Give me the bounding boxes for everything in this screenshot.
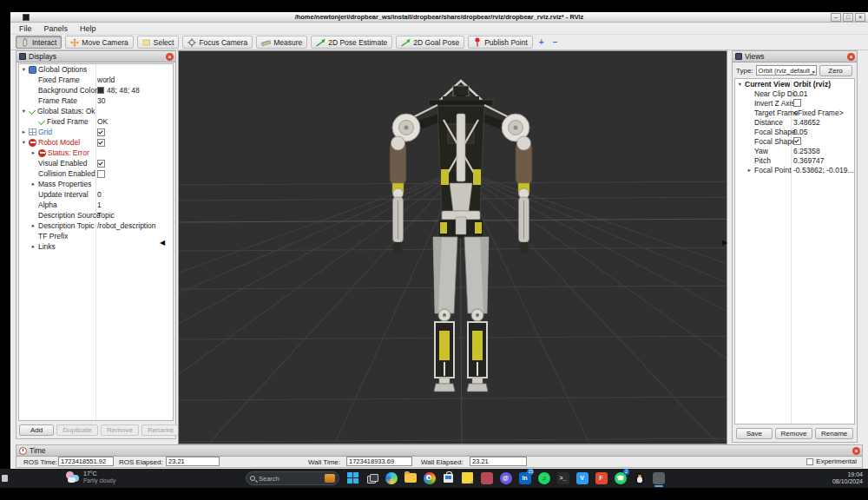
views-row-current-view[interactable]: ▾Current ViewOrbit (rviz)	[735, 79, 854, 89]
property-value[interactable]: 1	[97, 201, 102, 209]
displays-row-description-source[interactable]: Description SourceTopic	[19, 210, 173, 220]
expander-icon[interactable]: ▾	[21, 139, 27, 146]
menu-help[interactable]: Help	[75, 23, 102, 34]
maximize-icon[interactable]: □	[843, 13, 853, 22]
search-input[interactable]: Search	[246, 471, 339, 485]
property-value[interactable]: OK	[97, 117, 108, 126]
expander-icon[interactable]: ▸	[30, 149, 36, 156]
property-value[interactable]: <Fixed Frame>	[793, 109, 844, 117]
wall-time-value[interactable]: 1723418933.69	[346, 457, 412, 466]
expander-icon[interactable]: ▾	[21, 66, 27, 73]
property-value[interactable]: Orbit (rviz)	[793, 80, 831, 89]
experimental-checkbox[interactable]	[806, 458, 813, 465]
move-camera-button[interactable]: Move Camera	[65, 36, 133, 49]
3d-viewport[interactable]	[178, 50, 727, 444]
checkbox-checked[interactable]	[97, 128, 105, 136]
property-value[interactable]: -0.53862; -0.019...	[793, 166, 853, 174]
chrome-browser-icon[interactable]	[423, 471, 436, 484]
remove-tool-icon[interactable]: −	[550, 37, 561, 47]
terminal-icon[interactable]: >_	[556, 471, 569, 484]
displays-row-fixed-frame[interactable]: Fixed Frameworld	[19, 75, 173, 85]
remove-button[interactable]: Remove	[775, 428, 813, 439]
rename-button[interactable]: Rename	[815, 428, 853, 439]
views-row-focal-shape-[interactable]: Focal Shape...	[735, 136, 854, 146]
expander-icon[interactable]: ▸	[21, 128, 27, 135]
displays-row-links[interactable]: ▸Links	[19, 241, 173, 252]
window-titlebar[interactable]: /home/newtonjeri/dropbear_ws/install/dro…	[10, 12, 868, 23]
displays-row-tf-prefix[interactable]: TF Prefix	[19, 231, 173, 241]
displays-row-fixed-frame[interactable]: Fixed FrameOK	[19, 116, 173, 127]
property-value[interactable]: 3.48652	[793, 118, 820, 127]
views-row-near-clip-di-[interactable]: Near Clip Di...0.01	[735, 89, 854, 98]
property-value[interactable]: 0.369747	[793, 156, 824, 165]
add-button[interactable]: Add	[19, 424, 54, 436]
wall-elapsed-value[interactable]: 23.21	[470, 457, 527, 466]
property-value[interactable]: 0.05	[793, 128, 808, 136]
expander-icon[interactable]: ▸	[30, 243, 36, 250]
add-tool-icon[interactable]: +	[536, 37, 547, 47]
time-close-icon[interactable]: ×	[852, 447, 860, 455]
views-row-target-frame[interactable]: Target Frame<Fixed Frame>	[735, 108, 854, 117]
mail-app-icon[interactable]: @	[499, 471, 512, 484]
displays-row-collision-enabled[interactable]: Collision Enabled	[19, 168, 173, 179]
checkbox-checked[interactable]	[97, 139, 105, 147]
spotify-icon[interactable]: ♫	[537, 471, 550, 484]
ros-time-value[interactable]: 1723418551.92	[58, 457, 114, 466]
measure-button[interactable]: Measure	[256, 36, 307, 49]
views-row-invert-z-axis[interactable]: Invert Z Axis	[735, 98, 854, 108]
checkbox-unchecked[interactable]	[97, 170, 105, 178]
start-icon[interactable]	[346, 471, 359, 484]
publish-point-button[interactable]: Publish Point	[468, 36, 533, 49]
displays-row-alpha[interactable]: Alpha1	[19, 200, 173, 210]
checkbox-checked[interactable]	[793, 137, 801, 145]
expander-icon[interactable]: ▸	[30, 222, 36, 229]
displays-panel-header[interactable]: Displays ×	[16, 51, 175, 62]
views-row-pitch[interactable]: Pitch0.369747	[735, 155, 854, 165]
edge-browser-icon[interactable]	[385, 471, 398, 484]
2d-pose-estimate-button[interactable]: 2D Pose Estimate	[311, 36, 392, 49]
displays-row-description-topic[interactable]: ▸Description Topic/robot_description	[19, 220, 173, 231]
zero-button[interactable]: Zero	[819, 65, 852, 76]
property-value[interactable]: 30	[97, 96, 105, 105]
displays-close-icon[interactable]: ×	[166, 53, 174, 61]
linkedin-icon[interactable]: in15	[518, 471, 531, 484]
2d-goal-pose-button[interactable]: 2D Goal Pose	[396, 36, 464, 49]
close-icon[interactable]: ×	[855, 13, 865, 22]
collapse-left-icon[interactable]: ◀	[160, 240, 165, 247]
property-value[interactable]: /robot_description	[97, 221, 156, 230]
displays-row-global-status-ok[interactable]: ▾Global Status: Ok	[19, 106, 173, 116]
displays-row-grid[interactable]: ▸Grid	[19, 127, 173, 137]
displays-row-background-color[interactable]: Background Color48; 48; 48	[19, 85, 173, 95]
property-value[interactable]: world	[97, 76, 115, 84]
task-view-icon[interactable]	[365, 471, 378, 484]
displays-row-update-interval[interactable]: Update Interval0	[19, 189, 173, 200]
linux-tux-icon[interactable]	[633, 471, 646, 484]
views-row-distance[interactable]: Distance3.48652	[735, 117, 854, 127]
views-panel-header[interactable]: Views ×	[733, 51, 857, 62]
weather-widget[interactable]: 17°C Partly cloudy	[66, 470, 115, 484]
displays-row-frame-rate[interactable]: Frame Rate30	[19, 95, 173, 106]
property-value[interactable]: 48; 48; 48	[97, 86, 140, 95]
property-value[interactable]: Topic	[97, 211, 115, 220]
expander-icon[interactable]: ▸	[746, 167, 753, 174]
save-button[interactable]: Save	[736, 428, 773, 439]
displays-row-robot-model[interactable]: ▾Robot Model	[19, 137, 173, 148]
collapse-right-icon[interactable]: ▶	[722, 240, 727, 247]
views-row-focal-point[interactable]: ▸Focal Point-0.53862; -0.019...	[735, 165, 854, 174]
menu-panels[interactable]: Panels	[39, 23, 74, 34]
expander-icon[interactable]: ▾	[21, 108, 27, 115]
views-row-focal-shape-[interactable]: Focal Shape...0.05	[735, 127, 854, 136]
experimental-checkbox-row[interactable]: Experimental	[806, 457, 857, 465]
whatsapp-icon[interactable]: ☎2	[614, 471, 627, 484]
minimize-icon[interactable]: –	[831, 13, 841, 22]
expander-icon[interactable]: ▸	[30, 181, 36, 188]
taskbar-clock[interactable]: 19:04 08/10/2024	[832, 471, 863, 485]
select-button[interactable]: Select	[137, 36, 180, 49]
displays-row-visual-enabled[interactable]: Visual Enabled	[19, 158, 173, 168]
ros-elapsed-value[interactable]: 23.21	[166, 457, 220, 466]
expander-icon[interactable]: ▾	[737, 81, 743, 88]
time-panel-header[interactable]: Time ×	[16, 445, 862, 457]
file-explorer-icon[interactable]	[404, 471, 417, 484]
focus-camera-button[interactable]: Focus Camera	[182, 36, 253, 49]
property-value[interactable]: 0.01	[793, 89, 808, 98]
